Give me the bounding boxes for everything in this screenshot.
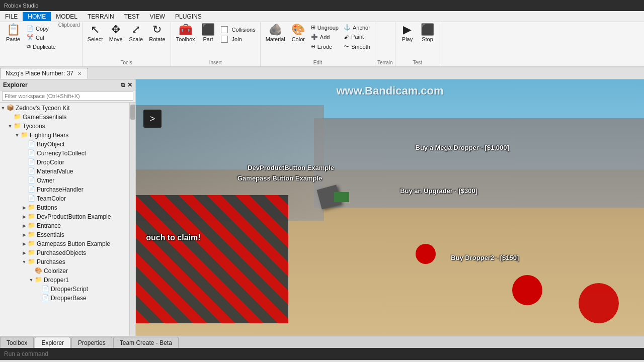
tree-item-essentials[interactable]: ▶📁Essentials: [0, 230, 129, 239]
bottom-tab-properties[interactable]: Properties: [71, 337, 112, 348]
add-button[interactable]: ➕ Add: [308, 33, 341, 41]
tree-item-purchasedobjects[interactable]: ▶📁PurchasedObjects: [0, 248, 129, 257]
explorer-minimize-icon[interactable]: ⧉: [121, 81, 125, 88]
tree-item-dropperscript[interactable]: 📄DropperScript: [0, 285, 129, 294]
explorer-title-bar: Explorer ⧉ ✕: [0, 79, 135, 90]
tree-arrow-buttons[interactable]: ▶: [21, 205, 27, 210]
tree-item-materialvalue[interactable]: 📄MaterialValue: [0, 167, 129, 176]
paint-button[interactable]: 🖌 Paint: [341, 33, 373, 41]
tree-arrow-devproduct[interactable]: ▶: [21, 214, 27, 219]
tree-arrow-root[interactable]: ▼: [0, 106, 6, 111]
tree-icon-entrance: 📁: [27, 222, 35, 230]
tree-arrow-fightingbears[interactable]: ▼: [14, 133, 20, 138]
tree-arrow-gamepassbtn[interactable]: ▶: [21, 241, 27, 246]
bottom-tab-team-create[interactable]: Team Create - Beta: [113, 337, 179, 348]
tree-item-gamepassbtn[interactable]: ▶📁Gamepass Button Example: [0, 239, 129, 248]
move-button[interactable]: ✥ Move: [106, 22, 126, 44]
scale-button[interactable]: ⤢ Scale: [126, 22, 146, 44]
bottom-tab-toolbox[interactable]: Toolbox: [0, 337, 34, 348]
tree-label-dropper1: Dropper1: [44, 277, 69, 284]
viewport[interactable]: www.Bandicam.com > DevProductButton Exam…: [136, 79, 644, 336]
tree-icon-root: 📦: [6, 104, 14, 112]
rotate-button[interactable]: ↻ Rotate: [146, 22, 168, 44]
tab-bar: Nxzq's Place Number: 37 ✕: [0, 67, 644, 79]
explorer-search-input[interactable]: [2, 92, 133, 101]
tree-arrow-purchasedobjects[interactable]: ▶: [21, 250, 27, 255]
tree-item-teamcolor[interactable]: 📄TeamColor: [0, 194, 129, 203]
tree-label-gamepassbtn: Gamepass Button Example: [37, 240, 110, 247]
tree-item-root[interactable]: ▼📦Zednov's Tycoon Kit: [0, 104, 129, 113]
tree-item-tycoons[interactable]: ▼📁Tycoons: [0, 122, 129, 131]
join-button[interactable]: Join: [218, 35, 258, 44]
erode-button[interactable]: ⊖ Erode: [308, 42, 341, 51]
tree-item-owner[interactable]: 📄Owner: [0, 176, 129, 185]
menu-model[interactable]: MODEL: [51, 12, 83, 21]
tree-icon-gameessentials: 📁: [13, 113, 21, 121]
menu-home[interactable]: HOME: [23, 12, 51, 21]
material-button[interactable]: 🪨 Material: [263, 22, 288, 44]
play-button[interactable]: ▶ Play: [397, 22, 418, 44]
tree-icon-dropperbase: 📄: [41, 294, 49, 302]
ungroup-button[interactable]: ⊞ Ungroup: [308, 23, 341, 32]
tree-label-entrance: Entrance: [37, 222, 61, 229]
duplicate-button[interactable]: ⧉ Duplicate: [24, 42, 58, 51]
smooth-button[interactable]: 〜 Smooth: [341, 42, 373, 51]
red-circle-1: [416, 244, 436, 264]
tab-nxzq[interactable]: Nxzq's Place Number: 37 ✕: [0, 68, 88, 79]
tree-arrow-tycoons[interactable]: ▼: [7, 124, 13, 129]
tree-arrow-purchases[interactable]: ▼: [21, 259, 27, 264]
tree-arrow-essentials[interactable]: ▶: [21, 232, 27, 237]
select-button[interactable]: ↖ Select: [85, 22, 106, 44]
tree-item-gameessentials[interactable]: 📁GameEssentials: [0, 113, 129, 122]
part-button[interactable]: ⬛ Part: [198, 22, 218, 44]
tree-item-dropcolor[interactable]: 📄DropColor: [0, 158, 129, 167]
tree-item-buttons[interactable]: ▶📁Buttons: [0, 203, 129, 212]
menu-terrain[interactable]: TERRAIN: [83, 12, 119, 21]
anchor-button[interactable]: ⚓ Anchor: [341, 23, 373, 32]
stop-button[interactable]: ⬛ Stop: [418, 22, 438, 44]
menu-test[interactable]: TEST: [119, 12, 145, 21]
color-button[interactable]: 🎨 Color: [288, 22, 308, 44]
tree-arrow-entrance[interactable]: ▶: [21, 223, 27, 228]
join-checkbox[interactable]: [221, 36, 228, 43]
toolbox-button[interactable]: 🧰 Toolbox: [173, 22, 198, 44]
tree-icon-fightingbears: 📁: [20, 131, 28, 139]
explorer-scroll-container: ▼📦Zednov's Tycoon Kit📁GameEssentials▼📁Ty…: [0, 103, 135, 336]
command-input[interactable]: [4, 350, 640, 357]
move-icon: ✥: [111, 24, 120, 35]
tree-item-purchases[interactable]: ▼📁Purchases: [0, 257, 129, 266]
explorer-scrollbar[interactable]: [129, 103, 135, 336]
tree-arrow-dropper1[interactable]: ▼: [28, 278, 34, 283]
tree-label-purchases: Purchases: [37, 258, 65, 265]
menu-view[interactable]: VIEW: [144, 12, 170, 21]
tree-item-buyobject[interactable]: 📄BuyObject: [0, 140, 129, 149]
collisions-checkbox[interactable]: [221, 26, 228, 33]
tree-item-currencytocollect[interactable]: 📄CurrencyToCollect: [0, 149, 129, 158]
tree-item-fightingbears[interactable]: ▼📁Fighting Bears: [0, 131, 129, 140]
tree-icon-colorizer: 🎨: [34, 267, 42, 275]
paste-button[interactable]: 📋 Paste: [2, 22, 24, 44]
copy-button[interactable]: 📄 Copy: [24, 24, 58, 33]
explorer-close-icon[interactable]: ✕: [127, 81, 132, 88]
title-bar: Roblox Studio: [0, 0, 644, 11]
menu-plugins[interactable]: PLUGINS: [170, 12, 207, 21]
tree-item-entrance[interactable]: ▶📁Entrance: [0, 221, 129, 230]
cut-button[interactable]: ✂️ Cut: [24, 33, 58, 42]
tree-icon-purchases: 📁: [27, 258, 35, 266]
collisions-button[interactable]: Collisions: [218, 25, 258, 34]
tree-icon-purchasedobjects: 📁: [27, 249, 35, 257]
tab-close-icon[interactable]: ✕: [76, 71, 83, 76]
tree-item-dropperbase[interactable]: 📄DropperBase: [0, 294, 129, 303]
menu-file[interactable]: FILE: [0, 12, 23, 21]
bottom-tab-explorer[interactable]: Explorer: [35, 337, 70, 348]
tree-label-currencytocollect: CurrencyToCollect: [37, 150, 86, 157]
tree-item-devproduct[interactable]: ▶📁DevProductButton Example: [0, 212, 129, 221]
smooth-icon: 〜: [344, 43, 349, 50]
tree-item-colorizer[interactable]: 🎨Colorizer: [0, 266, 129, 276]
tree-item-purchasehandler[interactable]: 📄PurchaseHandler: [0, 185, 129, 194]
tree-label-essentials: Essentials: [37, 231, 64, 238]
tree-item-dropper1[interactable]: ▼📁Dropper1: [0, 276, 129, 285]
tree-label-purchasedobjects: PurchasedObjects: [37, 249, 86, 256]
tree-label-root: Zednov's Tycoon Kit: [16, 105, 69, 112]
expand-arrow-button[interactable]: >: [143, 110, 162, 128]
